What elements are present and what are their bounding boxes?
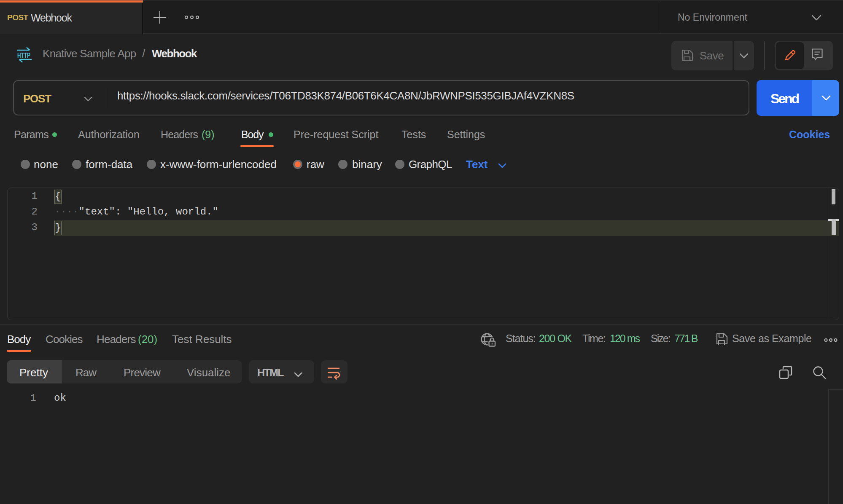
svg-text:HTTP: HTTP <box>17 52 30 59</box>
